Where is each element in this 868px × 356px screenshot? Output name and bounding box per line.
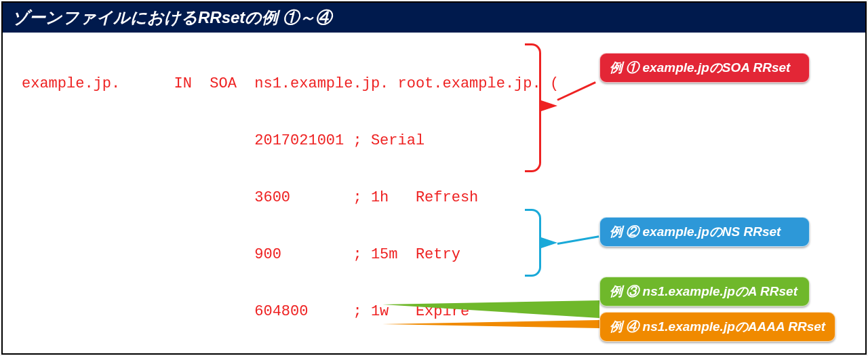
bracket-soa <box>525 43 541 172</box>
soa-line-3: 900 ; 15m Retry <box>3 245 865 264</box>
pointer-a <box>382 300 599 318</box>
connector-ns <box>557 235 599 245</box>
bracket-nub-soa <box>541 100 557 111</box>
soa-line-1: 2017021001 ; Serial <box>3 132 865 151</box>
slide-title: ゾーンファイルにおけるRRsetの例 ①～④ <box>3 3 865 33</box>
callout-ns: 例 ② example.jpのNS RRset <box>599 217 810 247</box>
bracket-ns <box>525 209 541 277</box>
bracket-nub-ns <box>541 237 557 248</box>
slide: ゾーンファイルにおけるRRsetの例 ①～④ example.jp. IN SO… <box>1 1 867 355</box>
soa-line-2: 3600 ; 1h Refresh <box>3 189 865 207</box>
callout-a: 例 ③ ns1.example.jpのA RRset <box>599 277 810 306</box>
pointer-aaaa <box>382 320 599 328</box>
callout-soa: 例 ① example.jpのSOA RRset <box>599 53 810 83</box>
callout-aaaa: 例 ④ ns1.example.jpのAAAA RRset <box>599 312 835 342</box>
zone-file-content: example.jp. IN SOA ns1.example.jp. root.… <box>3 33 865 355</box>
